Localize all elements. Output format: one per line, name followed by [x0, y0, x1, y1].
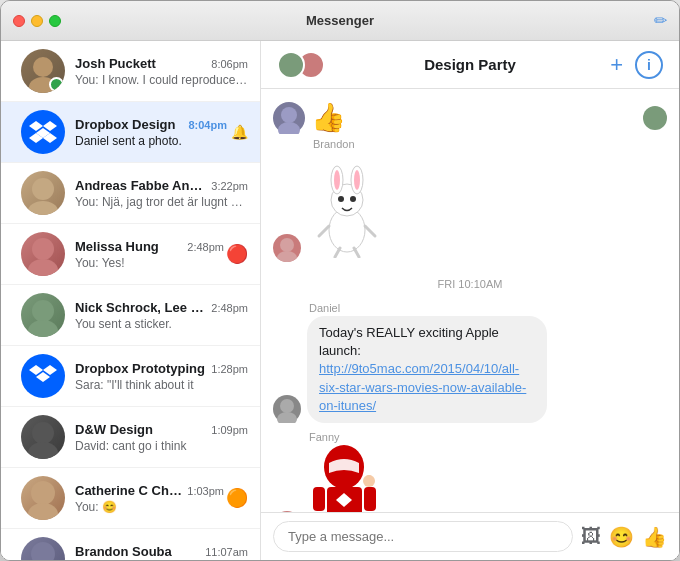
conversation-item[interactable]: Brandon Souba 11:07am sounds good — [1, 529, 260, 560]
message-row — [273, 158, 667, 262]
sender-label: Fanny — [309, 431, 667, 443]
conversation-item[interactable]: Andreas Fabbe Andersson 3:22pm You: Njä,… — [1, 163, 260, 224]
timestamp-divider: FRI 10:10AM — [273, 270, 667, 298]
svg-rect-51 — [366, 475, 372, 483]
conv-time: 8:04pm — [188, 119, 227, 131]
conv-preview: You: 😊 — [75, 500, 224, 514]
conv-preview: Daniel sent a photo. — [75, 134, 227, 148]
conv-info: Melissa Hung 2:48pm You: Yes! — [75, 239, 224, 270]
chat-title: Design Party — [424, 56, 516, 73]
svg-point-11 — [32, 300, 54, 322]
message-row: Today's REALLY exciting Apple launch: ht… — [273, 316, 667, 423]
avatar — [21, 49, 65, 93]
compose-icon[interactable]: ✏ — [654, 12, 667, 29]
title-bar: Messenger ✏ — [1, 1, 679, 41]
svg-point-7 — [32, 178, 54, 200]
svg-point-25 — [277, 251, 297, 262]
svg-point-19 — [28, 503, 58, 520]
header-left — [277, 51, 325, 79]
conversation-item[interactable]: Dropbox Prototyping 1:28pm Sara: "I'll t… — [1, 346, 260, 407]
message-group: 👍 — [273, 97, 667, 134]
conversation-item[interactable]: Melissa Hung 2:48pm You: Yes! 🔴 — [1, 224, 260, 285]
conversation-item[interactable]: Catherine C Chang 1:03pm You: 😊 🟠 — [1, 468, 260, 529]
image-icon[interactable]: 🖼 — [581, 525, 601, 548]
conv-time: 11:07am — [205, 546, 248, 558]
conv-info: Brandon Souba 11:07am sounds good — [75, 544, 248, 561]
app-window: Messenger ✏ Josh Puckett 8:06pm You: I k… — [0, 0, 680, 561]
conv-preview: You: Njä, jag tror det är lugnt efter... — [75, 195, 248, 209]
conversation-item[interactable]: Dropbox Design 8:04pm Daniel sent a phot… — [1, 102, 260, 163]
conv-time: 2:48pm — [211, 302, 248, 314]
conv-info: Josh Puckett 8:06pm You: I know. I could… — [75, 56, 248, 87]
svg-point-9 — [32, 238, 54, 260]
conv-preview: You: I know. I could reproduce. I h... — [75, 73, 248, 87]
conv-time: 8:06pm — [211, 58, 248, 70]
conversation-item[interactable]: D&W Design 1:09pm David: cant go i think — [1, 407, 260, 468]
conv-preview: David: cant go i think — [75, 439, 248, 453]
conv-time: 1:03pm — [187, 485, 224, 497]
conv-header: Nick Schrock, Lee Byron, ... 2:48pm — [75, 300, 248, 315]
message-group: Fanny — [273, 431, 667, 512]
conv-name: Brandon Souba — [75, 544, 172, 559]
add-icon[interactable]: + — [610, 52, 623, 78]
info-icon[interactable]: i — [635, 51, 663, 79]
svg-point-16 — [32, 422, 54, 444]
svg-point-23 — [278, 122, 300, 134]
main-content: Josh Puckett 8:06pm You: I know. I could… — [1, 41, 679, 560]
message-link[interactable]: http://9to5mac.com/2015/04/10/all-six-st… — [319, 361, 526, 412]
close-button[interactable] — [13, 15, 25, 27]
conv-name: Catherine C Chang — [75, 483, 183, 498]
svg-line-34 — [319, 226, 329, 236]
conv-info: Dropbox Prototyping 1:28pm Sara: "I'll t… — [75, 361, 248, 392]
svg-point-22 — [281, 107, 297, 123]
svg-rect-49 — [364, 487, 376, 511]
conv-header: Catherine C Chang 1:03pm — [75, 483, 224, 498]
conv-header: Melissa Hung 2:48pm — [75, 239, 224, 254]
group-av1 — [277, 51, 305, 79]
svg-line-35 — [365, 226, 375, 236]
conv-preview: Sara: "I'll think about it — [75, 378, 248, 392]
svg-point-1 — [29, 77, 57, 93]
message-group: Daniel Today's REALLY exciting Apple lau… — [273, 302, 667, 423]
conv-name: Josh Puckett — [75, 56, 156, 71]
avatar — [21, 232, 65, 276]
svg-point-32 — [338, 196, 344, 202]
conv-preview: You sent a sticker. — [75, 317, 248, 331]
conversation-item[interactable]: Josh Puckett 8:06pm You: I know. I could… — [1, 41, 260, 102]
chat-header: Design Party + i — [261, 41, 679, 89]
chat-input-area: 🖼 😊 👍 — [261, 512, 679, 560]
avatar — [21, 415, 65, 459]
window-title: Messenger — [306, 13, 374, 28]
emoji-icon[interactable]: 😊 — [609, 525, 634, 549]
svg-rect-48 — [313, 487, 325, 511]
conv-time: 1:28pm — [211, 363, 248, 375]
conv-name: Nick Schrock, Lee Byron, ... — [75, 300, 207, 315]
conv-name: D&W Design — [75, 422, 153, 437]
like-icon[interactable]: 👍 — [642, 525, 667, 549]
avatar-react: 🟠 — [226, 487, 248, 509]
message-input[interactable] — [273, 521, 573, 552]
conv-preview: You: Yes! — [75, 256, 224, 270]
conv-name: Melissa Hung — [75, 239, 159, 254]
mute-icon: 🔔 — [231, 124, 248, 140]
avatar — [21, 293, 65, 337]
message-row — [273, 445, 667, 512]
conv-header: Andreas Fabbe Andersson 3:22pm — [75, 178, 248, 193]
fullscreen-button[interactable] — [49, 15, 61, 27]
minimize-button[interactable] — [31, 15, 43, 27]
conv-info: Catherine C Chang 1:03pm You: 😊 — [75, 483, 224, 514]
svg-point-20 — [31, 542, 55, 560]
conv-header: Brandon Souba 11:07am — [75, 544, 248, 559]
svg-point-29 — [334, 170, 340, 190]
chat-header-actions: + i — [610, 51, 663, 79]
conv-name: Andreas Fabbe Andersson — [75, 178, 207, 193]
chat-area: Design Party + i 👍 Bran — [261, 41, 679, 560]
sender-label: Daniel — [309, 302, 667, 314]
power-ranger-sticker — [307, 445, 382, 512]
conv-header: Dropbox Design 8:04pm — [75, 117, 227, 132]
avatar — [21, 354, 65, 398]
conversation-item[interactable]: Nick Schrock, Lee Byron, ... 2:48pm You … — [1, 285, 260, 346]
bunny-sticker — [307, 158, 387, 262]
svg-point-18 — [31, 481, 55, 505]
svg-point-17 — [28, 442, 58, 459]
